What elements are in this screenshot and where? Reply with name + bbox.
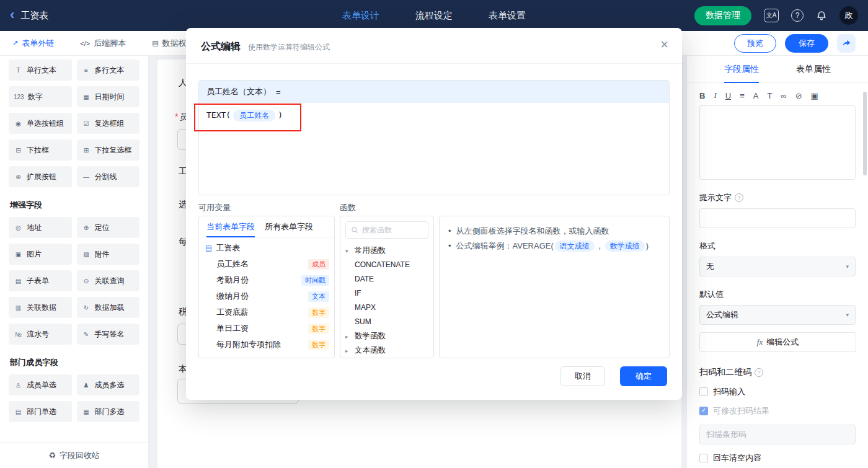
function-group-text[interactable]: ▸ 文本函数 [344, 343, 430, 358]
scan-section-label: 扫码和二维码 ? [699, 367, 856, 378]
field-component[interactable]: ▤ 部门单选 [9, 401, 72, 422]
tab-form-setup[interactable]: 表单设置 [489, 10, 526, 22]
preview-button[interactable]: 预览 [734, 34, 776, 53]
toolbar-item-label: 数据权 [162, 38, 187, 49]
field-component[interactable]: ▦ 部门多选 [77, 401, 140, 422]
field-component[interactable]: T 单行文本 [9, 60, 72, 81]
variable-field-row[interactable]: 工资底薪 数字 [204, 304, 329, 320]
label-editor-area[interactable] [699, 105, 856, 180]
field-component[interactable]: ▨ 附件 [77, 244, 140, 265]
equals-sign: = [276, 87, 281, 97]
field-component[interactable]: ↻ 数据加载 [77, 297, 140, 318]
scrollbar[interactable] [863, 92, 867, 175]
function-item[interactable]: IF [344, 286, 430, 301]
search-icon [351, 226, 358, 234]
field-component[interactable]: 123 数字 [9, 86, 72, 107]
toolbar-item-backend-script[interactable]: </> 后端脚本 [80, 38, 126, 49]
variable-field-row[interactable]: 单日工资 数字 [204, 320, 329, 337]
basic-fields-grid: T 单行文本 ≡ 多行文本 123 数字 ▦ 日期时间 [0, 56, 148, 191]
translate-icon[interactable]: 文A [764, 9, 779, 22]
default-value-select[interactable]: 公式编辑 ▾ [699, 305, 856, 325]
function-item[interactable]: DATE [344, 272, 430, 286]
function-group-math[interactable]: ▸ 数学函数 [344, 329, 430, 343]
format-button[interactable]: ≡ [740, 91, 745, 100]
tab-flow-settings[interactable]: 流程设定 [415, 10, 453, 22]
tab-field-properties[interactable]: 字段属性 [724, 56, 759, 83]
format-button[interactable]: T [767, 91, 772, 100]
variable-field-row[interactable]: 员工姓名 成员 [204, 256, 329, 272]
field-component[interactable]: ✎ 手写签名 [77, 324, 140, 345]
function-search-input[interactable]: 搜索函数 [345, 221, 428, 239]
toolbar-item-data-permission[interactable]: ▤ 数据权 [152, 38, 186, 49]
tab-form-properties[interactable]: 表单属性 [796, 56, 831, 83]
formula-input-area[interactable]: TEXT(员工姓名) [199, 103, 669, 195]
field-component-icon: ▨ [82, 251, 91, 258]
field-component-label: 复选框组 [95, 118, 125, 129]
hint-help-icon[interactable]: ? [735, 193, 743, 202]
hint-text-input[interactable] [699, 208, 856, 228]
variable-field-row[interactable]: 缴纳月份 文本 [204, 288, 329, 304]
close-icon[interactable]: × [660, 38, 668, 51]
field-component[interactable]: ≡ 多行文本 [77, 60, 140, 81]
variable-field-name: 单日工资 [216, 323, 249, 334]
hint-text-label-text: 提示文字 [699, 192, 732, 203]
avatar[interactable]: 政 [839, 6, 858, 25]
checkbox-modify-scan-result[interactable]: 可修改扫码结果 [699, 405, 856, 417]
tab-all-form-fields[interactable]: 所有表单字段 [265, 216, 313, 237]
checkbox-icon [699, 387, 708, 396]
field-component[interactable]: № 流水号 [9, 324, 72, 345]
scan-help-icon[interactable]: ? [755, 368, 763, 377]
field-component[interactable]: ⊜ 扩展按钮 [9, 166, 72, 187]
field-component-icon: ↻ [82, 304, 91, 311]
available-variables-label: 可用变量 [198, 202, 231, 213]
field-component[interactable]: ▣ 图片 [9, 244, 72, 265]
data-manage-button[interactable]: 数据管理 [694, 6, 751, 25]
checkbox-enter-clear[interactable]: 回车清空内容 [699, 453, 856, 464]
tab-current-form-fields[interactable]: 当前表单字段 [206, 216, 255, 237]
save-button[interactable]: 保存 [785, 34, 828, 53]
back-icon[interactable]: ‹ [10, 8, 14, 22]
field-component[interactable]: ⊞ 下拉复选框 [77, 139, 140, 161]
variable-field-row[interactable]: 考勤月份 时间戳 [204, 272, 329, 288]
format-button[interactable]: ∞ [781, 91, 786, 100]
field-recycle-bin[interactable]: ♻ 字段回收站 [0, 442, 148, 468]
field-component[interactable]: ♟ 成员多选 [77, 374, 140, 395]
field-component[interactable]: ▦ 日期时间 [77, 86, 140, 107]
format-button[interactable]: ⊘ [795, 91, 802, 100]
function-item[interactable]: SUM [344, 315, 430, 329]
function-item[interactable]: CONCATENATE [344, 258, 430, 272]
format-button[interactable]: I [714, 91, 716, 100]
field-component[interactable]: ◎ 地址 [9, 217, 72, 238]
format-button[interactable]: A [753, 91, 759, 100]
edit-formula-button[interactable]: fx 编辑公式 [699, 332, 856, 352]
form-root-node[interactable]: ▤ 工资表 [204, 240, 329, 256]
format-button[interactable]: ▣ [811, 91, 818, 100]
field-component[interactable]: ▥ 关联数据 [9, 297, 72, 318]
tab-form-design[interactable]: 表单设计 [342, 10, 379, 22]
function-group-common[interactable]: ▾ 常用函数 [344, 244, 430, 258]
field-component[interactable]: ♙ 成员单选 [9, 374, 72, 395]
format-select[interactable]: 无 ▾ [699, 257, 856, 276]
notification-icon[interactable] [816, 10, 827, 21]
variable-field-row[interactable]: 每月附加专项扣除 数字 [204, 337, 329, 353]
example-separator: ， [596, 241, 604, 250]
field-type-tag: 数字 [308, 324, 329, 334]
formula-variable-pill[interactable]: 员工姓名 [233, 110, 275, 121]
field-component[interactable]: ⊙ 关联查询 [77, 270, 140, 291]
format-button[interactable]: U [725, 91, 731, 100]
help-icon[interactable]: ? [791, 9, 804, 22]
field-component[interactable]: ▤ 子表单 [9, 270, 72, 291]
field-component[interactable]: ⊟ 下拉框 [9, 139, 72, 161]
field-component[interactable]: — 分割线 [77, 166, 140, 187]
confirm-button[interactable]: 确定 [620, 366, 667, 386]
cancel-button[interactable]: 取消 [560, 366, 605, 386]
field-component[interactable]: ◉ 单选按钮组 [9, 113, 72, 134]
checkbox-scan-input[interactable]: 扫码输入 [699, 386, 856, 397]
scan-barcode-input[interactable]: 扫描条形码 [699, 425, 856, 444]
format-button[interactable]: B [699, 91, 705, 100]
toolbar-item-external-link[interactable]: ↗ 表单外链 [12, 38, 54, 49]
function-item[interactable]: MAPX [344, 301, 430, 315]
field-component[interactable]: ⊕ 定位 [77, 217, 140, 238]
share-button[interactable] [837, 34, 856, 53]
field-component[interactable]: ☑ 复选框组 [77, 113, 140, 134]
